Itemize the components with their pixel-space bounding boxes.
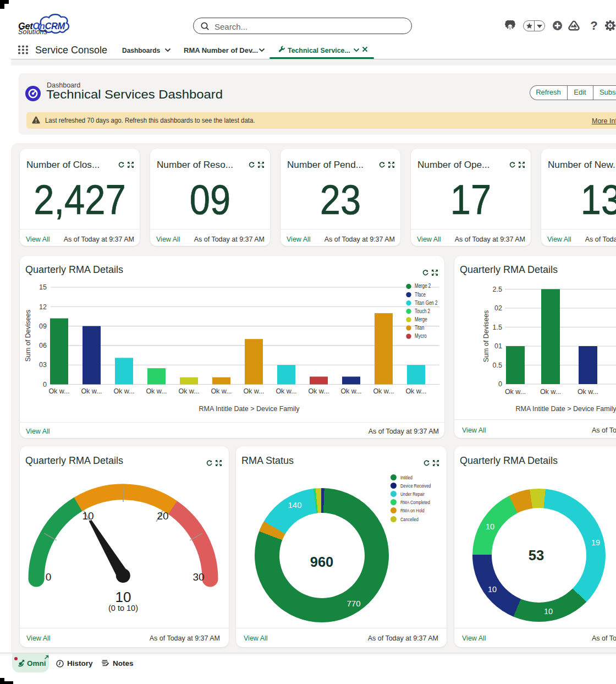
svg-text:Ok w...: Ok w... bbox=[308, 387, 329, 395]
svg-text:Ok w...: Ok w... bbox=[48, 387, 69, 395]
svg-text:Titan Gen 2: Titan Gen 2 bbox=[415, 300, 437, 306]
svg-text:Touch 2: Touch 2 bbox=[415, 308, 430, 314]
svg-text:03: 03 bbox=[39, 361, 47, 369]
svg-text:RMA Intitle Date > Device Fami: RMA Intitle Date > Device Family bbox=[199, 405, 300, 413]
svg-text:09: 09 bbox=[39, 322, 47, 330]
svg-text:0: 0 bbox=[46, 571, 52, 583]
svg-text:Ok w...: Ok w... bbox=[340, 387, 361, 395]
svg-text:Ok w...: Ok w... bbox=[178, 387, 199, 395]
svg-text:Ok w...: Ok w... bbox=[146, 387, 167, 395]
svg-text:Ok w...: Ok w... bbox=[578, 388, 598, 396]
svg-text:Ok w...: Ok w... bbox=[540, 388, 561, 396]
svg-text:RMA Intitle Date > Device Fami: RMA Intitle Date > Device Family bbox=[515, 405, 616, 413]
svg-text:Merge: Merge bbox=[415, 316, 427, 322]
svg-text:02: 02 bbox=[494, 304, 502, 312]
svg-text:2.5: 2.5 bbox=[493, 286, 502, 293]
svg-text:10: 10 bbox=[82, 510, 94, 522]
svg-text:(0 to 10): (0 to 10) bbox=[108, 604, 138, 612]
svg-text:0.5: 0.5 bbox=[493, 362, 502, 369]
svg-text:Ok w...: Ok w... bbox=[81, 387, 102, 395]
svg-text:20: 20 bbox=[157, 510, 168, 522]
svg-text:Ok w...: Ok w... bbox=[211, 387, 232, 395]
svg-text:Tface: Tface bbox=[415, 292, 426, 298]
svg-text:Mycro: Mycro bbox=[415, 333, 427, 339]
svg-text:Ok w...: Ok w... bbox=[505, 388, 526, 396]
svg-text:Ok w...: Ok w... bbox=[276, 387, 296, 395]
svg-text:0: 0 bbox=[498, 380, 502, 388]
svg-text:15: 15 bbox=[39, 283, 47, 291]
svg-text:Ok w...: Ok w... bbox=[113, 387, 134, 395]
svg-text:06: 06 bbox=[39, 342, 47, 349]
svg-text:Ok w...: Ok w... bbox=[373, 387, 394, 395]
svg-text:Ok w...: Ok w... bbox=[405, 387, 426, 395]
svg-text:1.5: 1.5 bbox=[493, 324, 502, 331]
svg-text:Sum of Devisees: Sum of Devisees bbox=[482, 310, 490, 362]
svg-text:10: 10 bbox=[116, 589, 131, 605]
svg-text:12: 12 bbox=[39, 303, 47, 311]
svg-text:Ok w...: Ok w... bbox=[243, 387, 264, 395]
svg-text:30: 30 bbox=[193, 571, 204, 583]
svg-text:01: 01 bbox=[494, 342, 502, 350]
svg-text:Titan: Titan bbox=[415, 325, 424, 331]
svg-text:Sum of Devisees: Sum of Devisees bbox=[24, 310, 32, 362]
svg-text:0: 0 bbox=[43, 381, 47, 388]
svg-text:Merge 2: Merge 2 bbox=[415, 283, 431, 289]
